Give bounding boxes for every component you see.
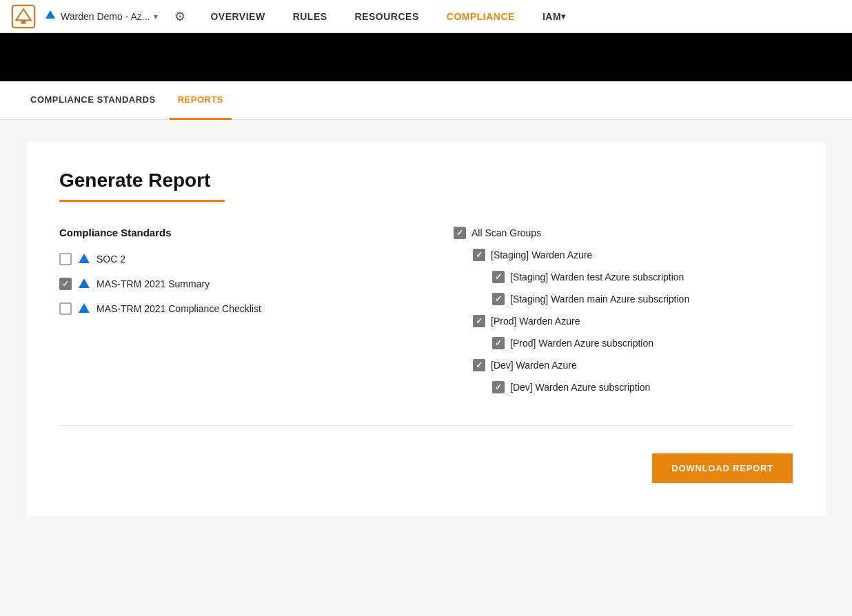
azure-icon-mas-trm-summary	[77, 277, 91, 291]
label-prod-azure: [Prod] Warden Azure	[491, 316, 580, 327]
checkbox-all-scan-groups[interactable]	[454, 227, 466, 239]
svg-marker-3	[45, 10, 55, 19]
compliance-standards-title: Compliance Standards	[59, 227, 398, 238]
nav-links: OVERVIEW RULES RESOURCES COMPLIANCE IAM	[207, 0, 841, 33]
nav-link-rules[interactable]: RULES	[290, 0, 330, 33]
chevron-down-icon: ▾	[154, 12, 158, 21]
standard-row-mas-trm-summary: MAS-TRM 2021 Summary	[59, 277, 398, 291]
report-title: Generate Report	[59, 170, 793, 192]
app-logo	[11, 4, 36, 29]
account-selector[interactable]: Warden Demo - Az... ▾	[44, 9, 158, 24]
checkbox-prod-azure[interactable]	[473, 315, 485, 327]
svg-marker-6	[79, 303, 90, 313]
label-mas-trm-summary: MAS-TRM 2021 Summary	[97, 278, 210, 289]
checkbox-staging-test-sub[interactable]	[492, 271, 505, 283]
label-prod-sub: [Prod] Warden Azure subscription	[510, 338, 653, 349]
svg-marker-5	[79, 278, 90, 288]
azure-icon-mas-trm-checklist	[77, 302, 91, 316]
main-content: Generate Report Compliance Standards SOC…	[0, 120, 852, 616]
account-name: Warden Demo - Az...	[61, 11, 150, 22]
top-navigation: Warden Demo - Az... ▾ ⚙ OVERVIEW RULES R…	[0, 0, 852, 33]
nav-link-resources[interactable]: RESOURCES	[352, 0, 422, 33]
tab-compliance-standards[interactable]: COMPLIANCE STANDARDS	[22, 81, 164, 120]
nav-link-overview[interactable]: OVERVIEW	[207, 0, 267, 33]
download-btn-container: DOWNLOAD REPORT	[59, 453, 793, 483]
svg-marker-1	[16, 9, 31, 20]
report-body: Compliance Standards SOC 2 MAS-TRM 2021 …	[59, 227, 793, 403]
checkbox-mas-trm-summary[interactable]	[59, 278, 72, 290]
label-soc2: SOC 2	[97, 254, 125, 265]
sub-tabs: COMPLIANCE STANDARDS REPORTS	[0, 81, 852, 120]
scan-group-staging-main-sub: [Staging] Warden main Azure subscription	[492, 293, 793, 305]
scan-group-dev-azure: [Dev] Warden Azure	[473, 359, 793, 371]
scan-group-staging-azure: [Staging] Warden Azure	[473, 249, 793, 261]
hero-banner	[0, 33, 852, 81]
label-staging-main-sub: [Staging] Warden main Azure subscription	[510, 294, 689, 305]
label-dev-sub: [Dev] Warden Azure subscription	[510, 382, 650, 393]
nav-link-iam[interactable]: IAM	[540, 0, 569, 33]
label-dev-azure: [Dev] Warden Azure	[491, 360, 577, 371]
title-underline	[59, 200, 225, 202]
all-scan-groups-row: All Scan Groups	[454, 227, 793, 239]
checkbox-mas-trm-checklist[interactable]	[59, 302, 72, 315]
label-mas-trm-checklist: MAS-TRM 2021 Compliance Checklist	[97, 303, 261, 314]
settings-icon[interactable]: ⚙	[174, 9, 185, 24]
checkbox-soc2[interactable]	[59, 253, 72, 265]
azure-icon-soc2	[77, 252, 91, 266]
label-staging-azure: [Staging] Warden Azure	[491, 249, 592, 260]
checkbox-dev-sub[interactable]	[492, 381, 505, 393]
standard-row-mas-trm-checklist: MAS-TRM 2021 Compliance Checklist	[59, 302, 398, 316]
svg-rect-2	[21, 20, 26, 23]
scan-group-dev-sub: [Dev] Warden Azure subscription	[492, 381, 793, 393]
azure-icon	[44, 9, 57, 24]
tab-reports[interactable]: REPORTS	[170, 81, 232, 120]
svg-marker-4	[79, 254, 90, 263]
all-scan-groups-label: All Scan Groups	[471, 227, 541, 238]
scan-group-prod-sub: [Prod] Warden Azure subscription	[492, 337, 793, 349]
compliance-standards-section: Compliance Standards SOC 2 MAS-TRM 2021 …	[59, 227, 398, 403]
checkbox-dev-azure[interactable]	[473, 359, 485, 371]
scan-group-prod-azure: [Prod] Warden Azure	[473, 315, 793, 327]
scan-groups-section: All Scan Groups [Staging] Warden Azure […	[454, 227, 793, 403]
download-report-button[interactable]: DOWNLOAD REPORT	[652, 453, 793, 483]
checkbox-prod-sub[interactable]	[492, 337, 505, 349]
report-card: Generate Report Compliance Standards SOC…	[26, 142, 826, 516]
checkbox-staging-main-sub[interactable]	[492, 293, 505, 305]
scan-group-staging-test-sub: [Staging] Warden test Azure subscription	[492, 271, 793, 283]
nav-link-compliance[interactable]: COMPLIANCE	[444, 0, 518, 33]
card-divider	[59, 425, 793, 426]
standard-row-soc2: SOC 2	[59, 252, 398, 266]
label-staging-test-sub: [Staging] Warden test Azure subscription	[510, 271, 684, 283]
checkbox-staging-azure[interactable]	[473, 249, 485, 261]
